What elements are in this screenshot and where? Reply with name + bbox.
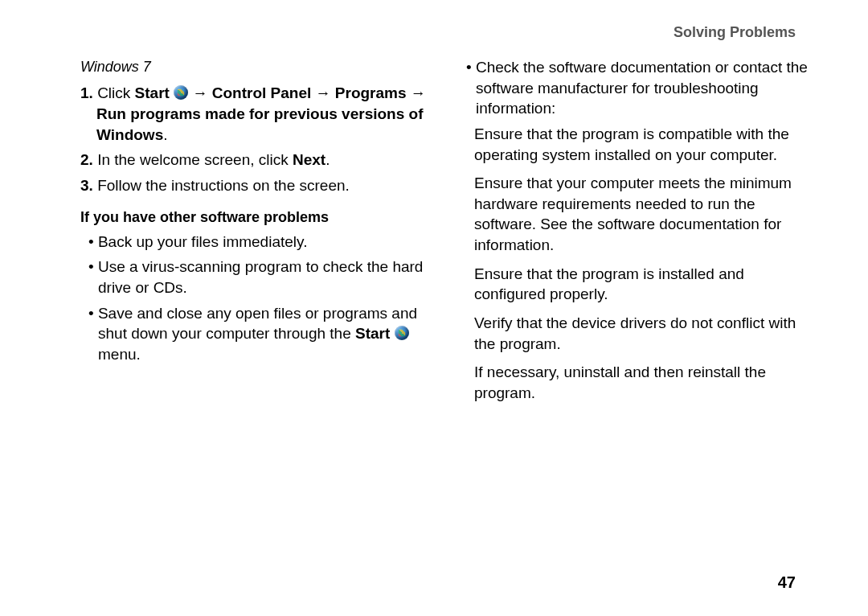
content-columns: Windows 7 1. Click Start → Control Panel… [80,57,820,412]
bold-text: Run programs made for previous versions … [96,105,423,143]
bold-text: Next [293,151,326,168]
step-2: 2. In the welcome screen, click Next. [80,150,434,170]
text: In the welcome screen, click [97,151,289,168]
arrow: → [192,84,207,101]
windows-start-orb-icon [174,85,188,100]
subheading: If you have other software problems [80,207,434,227]
windows-start-orb-icon [395,326,409,340]
section-header: Solving Problems [80,24,820,41]
bullet-item: Back up your files immediately. [80,232,434,253]
text: Follow the instructions on the screen. [97,177,350,194]
right-column: Check the software documentation or cont… [458,57,812,412]
text: Click [97,84,130,101]
text: Back up your files immediately. [98,233,307,250]
step-number: 3. [80,177,93,194]
sub-item: Verify that the device drivers do not co… [458,313,812,354]
bold-text: Control Panel [212,84,312,101]
step-number: 1. [80,84,93,101]
bullet-item: Use a virus-scanning program to check th… [80,257,434,298]
text: . [326,151,330,168]
left-column: Windows 7 1. Click Start → Control Panel… [80,57,434,412]
text: menu. [98,346,141,363]
step-1: 1. Click Start → Control Panel → Program… [80,83,434,145]
os-label: Windows 7 [80,57,434,76]
text: Check the software documentation or cont… [476,59,808,117]
arrow: → [411,84,426,101]
bullet-item: Save and close any open files or program… [80,303,434,365]
arrow: → [316,84,331,101]
page-number: 47 [778,573,796,592]
step-3: 3. Follow the instructions on the screen… [80,175,434,196]
sub-item: Ensure that the program is compatible wi… [458,124,812,165]
bold-text: Programs [335,84,407,101]
text: . [163,126,167,143]
sub-item: Ensure that the program is installed and… [458,264,812,305]
step-number: 2. [80,151,93,168]
text: Use a virus-scanning program to check th… [98,258,423,296]
bullet-item: Check the software documentation or cont… [458,57,812,119]
sub-item: Ensure that your computer meets the mini… [458,173,812,256]
bold-text: Start [135,84,170,101]
bold-text: Start [355,325,390,342]
sub-item: If necessary, uninstall and then reinsta… [458,362,812,403]
